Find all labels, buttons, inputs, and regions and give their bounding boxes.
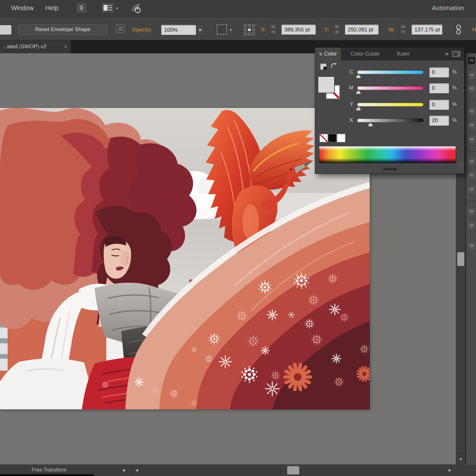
black-slider[interactable] (357, 118, 424, 122)
y-spinner[interactable]: ▲▼ (333, 24, 340, 35)
magenta-slider-thumb[interactable] (356, 90, 360, 94)
dock-panel-icon[interactable] (468, 85, 475, 92)
dock-panel-icon[interactable] (468, 122, 475, 129)
w-input[interactable]: 137.175 pt (411, 24, 443, 35)
color-panel-header: ⇅Color Color Guide Kuler » (315, 48, 464, 60)
dock-panel-icon[interactable] (468, 72, 475, 79)
y-label[interactable]: Y: (324, 27, 329, 34)
cyan-unit: % (452, 69, 457, 75)
arrange-dropdown-icon[interactable]: ▼ (116, 7, 119, 10)
reference-point-locator[interactable] (243, 23, 258, 38)
w-label[interactable]: W: (388, 27, 395, 34)
cyan-input[interactable]: 0 (429, 67, 449, 78)
recolor-style-icon[interactable] (217, 24, 227, 35)
scroll-left-icon[interactable]: ◀ (136, 468, 138, 472)
dock-panel-icon[interactable] (468, 208, 475, 215)
status-bar: Free Transform ▶ ◀ ▶ (0, 464, 476, 476)
x-spinner[interactable]: ▲▼ (270, 24, 277, 35)
horizontal-scrollbar-thumb[interactable] (287, 466, 299, 474)
menu-window[interactable]: Window (11, 4, 34, 12)
w-spinner[interactable]: ▲▼ (400, 24, 407, 35)
menu-help[interactable]: Help (45, 4, 58, 12)
constrain-proportions-icon[interactable] (454, 24, 463, 36)
y-input[interactable]: 292.091 pt (345, 24, 379, 35)
fill-swatch[interactable] (318, 77, 334, 93)
current-tool-label: Free Transform (32, 467, 66, 473)
panel-drag-grip[interactable] (383, 168, 397, 170)
tab-kuler[interactable]: Kuler (393, 48, 413, 60)
status-menu-icon[interactable]: ▶ (123, 468, 126, 472)
workspace-switcher[interactable]: Automation (432, 4, 464, 12)
arrange-documents-icon[interactable] (102, 3, 114, 12)
yellow-slider[interactable] (357, 102, 424, 107)
black-swatch[interactable] (328, 134, 336, 142)
menu-bar: Window Help ▼ Automation (0, 0, 476, 18)
dock-panel-icon[interactable] (468, 172, 475, 179)
canvas-artwork[interactable] (0, 108, 370, 409)
panel-menu-icon[interactable] (452, 50, 461, 57)
black-unit: % (452, 117, 457, 123)
document-tab[interactable]: ...ated (SWOP) v2 × (0, 40, 71, 53)
partial-field[interactable] (0, 25, 12, 35)
scroll-right-icon[interactable]: ▶ (449, 468, 451, 472)
tab-color[interactable]: ⇅Color (315, 48, 341, 60)
none-swatch[interactable] (320, 134, 328, 142)
control-bar: Reset Envelope Shape Opacity: 100% ▶ ▼ X… (0, 18, 476, 40)
panel-overflow-icon[interactable]: » (445, 50, 448, 57)
opacity-input[interactable]: 100% (161, 24, 196, 35)
black-slider-thumb[interactable] (368, 123, 373, 126)
collapse-panel-icon[interactable]: ⇅ (319, 52, 322, 56)
reset-envelope-shape-button[interactable]: Reset Envelope Shape (18, 24, 108, 35)
cyan-label: C (347, 69, 353, 75)
color-panel: ⇅Color Color Guide Kuler » C 0 % M 0 % Y… (315, 48, 464, 174)
yellow-unit: % (452, 102, 457, 107)
yellow-label: Y (347, 102, 353, 107)
x-input[interactable]: 389.355 pt (281, 24, 316, 35)
taskbar-edge (0, 474, 94, 476)
dock-panel-icon[interactable] (468, 158, 475, 165)
panel-dock (466, 53, 476, 464)
yellow-input[interactable]: 0 (429, 99, 449, 110)
magenta-label: M (347, 85, 353, 91)
black-label: K (347, 117, 353, 123)
swap-fill-stroke-icon[interactable] (330, 63, 338, 70)
bridge-icon[interactable] (77, 3, 86, 12)
white-swatch[interactable] (337, 134, 345, 142)
dock-panel-icon[interactable] (468, 108, 475, 115)
cs-live-icon[interactable] (129, 3, 142, 16)
magenta-slider[interactable] (357, 86, 424, 90)
style-dropdown-icon[interactable]: ▼ (229, 28, 232, 32)
tab-close-icon[interactable]: × (64, 44, 67, 49)
dock-panel-icon[interactable] (468, 186, 475, 193)
cyan-slider-thumb[interactable] (356, 75, 360, 78)
x-label[interactable]: X: (261, 27, 266, 34)
fill-stroke-mini-icon[interactable] (320, 63, 327, 70)
dock-panel-icon[interactable] (468, 242, 475, 249)
black-input[interactable]: 20 (429, 115, 449, 126)
document-tab-title: ...ated (SWOP) v2 (3, 43, 46, 50)
dock-panel-icon[interactable] (468, 136, 475, 143)
yellow-slider-thumb[interactable] (356, 107, 360, 110)
dock-panel-icon[interactable] (468, 57, 475, 64)
panel-resize-grip[interactable] (458, 162, 463, 167)
cyan-slider[interactable] (357, 70, 424, 74)
color-spectrum-bar[interactable] (319, 146, 456, 163)
transparency-options-icon[interactable] (116, 24, 125, 33)
opacity-label[interactable]: Opacity: (132, 27, 152, 34)
h-label[interactable]: H: (472, 27, 476, 34)
scroll-down-icon[interactable]: ▼ (456, 454, 465, 464)
dock-panel-icon[interactable] (468, 222, 475, 229)
magenta-unit: % (452, 85, 457, 91)
magenta-input[interactable]: 0 (429, 83, 449, 94)
tab-color-guide[interactable]: Color Guide (347, 48, 383, 60)
opacity-dropdown-button[interactable]: ▶ (196, 24, 205, 35)
vertical-scrollbar-thumb[interactable] (457, 252, 464, 266)
